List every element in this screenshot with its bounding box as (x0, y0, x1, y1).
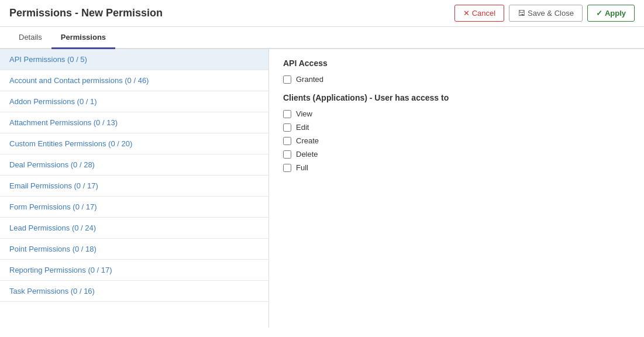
save-close-button[interactable]: 🖫 Save & Close (509, 5, 583, 22)
list-item[interactable]: Email Permissions (0 / 17) (0, 176, 268, 197)
create-label[interactable]: Create (296, 136, 319, 145)
delete-checkbox[interactable] (283, 150, 291, 159)
list-item[interactable]: Form Permissions (0 / 17) (0, 197, 268, 218)
tab-permissions[interactable]: Permissions (51, 27, 115, 49)
view-label[interactable]: View (296, 109, 312, 118)
save-icon: 🖫 (518, 9, 525, 18)
cancel-button[interactable]: ✕ Cancel (454, 5, 504, 22)
list-item[interactable]: Task Permissions (0 / 16) (0, 281, 268, 302)
edit-row: Edit (283, 123, 630, 132)
cancel-icon: ✕ (463, 9, 470, 18)
apply-button[interactable]: ✓ Apply (587, 5, 635, 22)
list-item[interactable]: Addon Permissions (0 / 1) (0, 91, 268, 112)
list-item[interactable]: Custom Entities Permissions (0 / 20) (0, 133, 268, 154)
list-item[interactable]: Point Permissions (0 / 18) (0, 239, 268, 260)
view-row: View (283, 109, 630, 118)
page-title: Permissions - New Permission (9, 7, 163, 19)
main-content: API Permissions (0 / 5) Account and Cont… (0, 49, 644, 328)
edit-label[interactable]: Edit (296, 123, 309, 132)
full-checkbox[interactable] (283, 164, 291, 172)
list-item[interactable]: Attachment Permissions (0 / 13) (0, 112, 268, 133)
apply-icon: ✓ (596, 9, 602, 18)
granted-checkbox[interactable] (283, 75, 291, 84)
list-item[interactable]: Reporting Permissions (0 / 17) (0, 260, 268, 281)
page-header: Permissions - New Permission ✕ Cancel 🖫 … (0, 0, 644, 27)
list-item[interactable]: API Permissions (0 / 5) (0, 49, 268, 70)
create-row: Create (283, 136, 630, 145)
full-row: Full (283, 163, 630, 172)
list-item[interactable]: Account and Contact permissions (0 / 46) (0, 70, 268, 91)
permission-list: API Permissions (0 / 5) Account and Cont… (0, 49, 269, 328)
delete-row: Delete (283, 150, 630, 159)
header-actions: ✕ Cancel 🖫 Save & Close ✓ Apply (454, 5, 635, 22)
permission-detail-panel: API Access Granted Clients (Applications… (269, 49, 644, 328)
granted-row: Granted (283, 75, 630, 84)
delete-label[interactable]: Delete (296, 150, 318, 159)
view-checkbox[interactable] (283, 110, 291, 118)
full-label[interactable]: Full (296, 163, 308, 172)
create-checkbox[interactable] (283, 137, 291, 145)
list-item[interactable]: Deal Permissions (0 / 28) (0, 154, 268, 176)
tab-details[interactable]: Details (9, 27, 51, 49)
clients-title: Clients (Applications) - User has access… (283, 93, 630, 102)
list-item[interactable]: Lead Permissions (0 / 24) (0, 218, 268, 239)
granted-label[interactable]: Granted (296, 75, 323, 84)
api-access-title: API Access (283, 59, 630, 68)
tab-bar: Details Permissions (0, 27, 644, 49)
edit-checkbox[interactable] (283, 123, 291, 132)
